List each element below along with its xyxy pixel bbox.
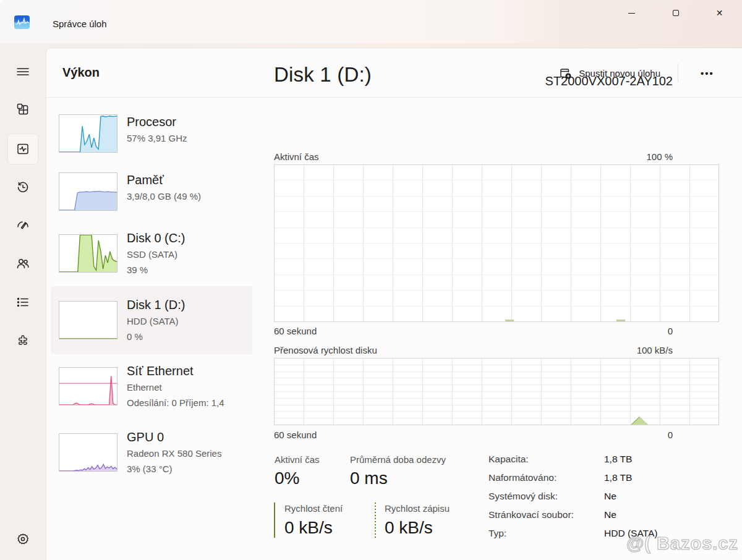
active-time-chart [274,164,719,322]
perf-item-sub: 0 % [127,329,250,344]
services-icon [15,334,30,349]
response-time-stat-label: Průměrná doba odezvy [350,454,446,465]
minimize-icon [628,13,635,14]
sidebar-item-users[interactable] [8,249,38,279]
app-history-icon [15,180,30,195]
perf-item-memory[interactable]: Paměť 3,9/8,0 GB (49 %) [51,160,252,217]
startup-apps-icon [15,218,30,232]
maximize-button[interactable] [654,0,697,26]
perf-item-ethernet[interactable]: Síť Ethernet Ethernet Odesílání: 0 Příje… [51,355,252,420]
read-speed-value: 0 kB/s [284,518,333,538]
perf-item-sub: Ethernet [127,380,250,395]
window-title: Správce úloh [53,19,107,29]
sidebar-item-startup-apps[interactable] [8,210,38,240]
cpu-mini-chart [59,114,117,153]
hamburger-menu-icon [15,64,30,79]
detail-title: Disk 1 (D:) [274,63,372,87]
read-speed-legend-bar [274,503,275,538]
chart1-activity-mark [616,320,625,321]
sidebar-item-performance[interactable] [8,134,38,164]
perf-item-title: Paměť [127,171,250,189]
perf-item-title: Disk 1 (D:) [127,296,250,313]
write-speed-value: 0 kB/s [385,518,433,538]
task-manager-app-icon [14,15,30,29]
perf-item-sub: 39 % [127,262,250,278]
gpu-mini-chart [59,433,117,472]
write-speed-label: Rychlost zápisu [385,503,450,514]
panel-header: Výkon Spustit novou úlohu ••• [46,48,742,98]
perf-item-sub: Radeon RX 580 Series [127,446,250,461]
active-time-stat-value: 0% [275,469,299,488]
perf-item-sub: 3% (33 °C) [127,461,250,477]
chart2-xlabel: 60 sekund [274,430,317,440]
info-value: 1,8 TB [604,472,632,483]
chart1-label: Aktivní čas [274,151,319,162]
active-time-stat-label: Aktivní čas [275,454,320,465]
info-label: Stránkovací soubor: [488,509,574,520]
info-value: 1,8 TB [604,454,632,465]
perf-item-title: GPU 0 [127,428,250,446]
sidebar-item-settings[interactable] [8,524,38,554]
chart1-max-label: 100 % [646,151,673,162]
chart1-activity-mark [505,320,514,321]
sidebar-item-services[interactable] [8,326,38,356]
window-controls: ✕ [610,0,741,26]
transfer-rate-chart [274,358,719,425]
response-time-stat-value: 0 ms [350,469,388,488]
perf-item-disk1[interactable]: Disk 1 (D:) HDD (SATA) 0 % [51,286,252,354]
processes-icon [16,103,30,116]
chart2-min-label: 0 [668,430,673,440]
perf-item-gpu[interactable]: GPU 0 Radeon RX 580 Series 3% (33 °C) [51,422,252,486]
close-button[interactable]: ✕ [697,0,741,26]
chart2-label: Přenosová rychlost disku [274,345,377,355]
info-label: Systémový disk: [488,491,558,502]
write-speed-legend-bar [375,503,376,538]
perf-item-sub: 57% 3,91 GHz [127,130,250,146]
sidebar-item-details[interactable] [8,287,38,317]
info-value: Ne [604,509,616,520]
disk1-mini-chart [59,301,117,339]
task-manager-window: Správce úloh ✕ [0,0,742,560]
perf-item-sub: Odesílání: 0 Příjem: 1,4 [127,395,250,410]
perf-item-sub: 3,9/8,0 GB (49 %) [127,189,250,204]
info-label: Naformátováno: [488,472,556,483]
read-speed-label: Rychlost čtení [284,503,343,514]
ethernet-mini-chart [59,367,117,405]
details-icon [15,295,30,310]
maximize-icon [673,10,679,16]
settings-gear-icon [16,532,30,546]
main-panel: Výkon Spustit novou úlohu ••• Procesor 5… [46,48,742,560]
chart2-max-label: 100 kB/s [637,345,673,355]
performance-icon [15,142,30,156]
memory-mini-chart [59,172,117,211]
disk0-mini-chart [59,234,117,273]
perf-item-sub: HDD (SATA) [127,313,250,329]
more-options-button[interactable]: ••• [690,62,725,84]
perf-item-title: Síť Ethernet [127,362,250,380]
sidebar-item-app-history[interactable] [8,172,38,202]
perf-item-title: Procesor [127,113,250,130]
info-label: Kapacita: [488,454,529,465]
chart1-min-label: 0 [668,326,673,336]
info-label: Typ: [488,528,506,539]
sidebar-item-processes[interactable] [8,95,38,124]
perf-item-cpu[interactable]: Procesor 57% 3,91 GHz [51,102,252,159]
transfer-spike [632,417,648,425]
close-icon: ✕ [716,9,723,17]
minimize-button[interactable] [610,0,654,26]
perf-item-sub: SSD (SATA) [127,247,250,262]
hamburger-menu-button[interactable] [8,57,38,87]
detail-device-model: ST2000VX007-2AY102 [545,74,673,88]
chart1-xlabel: 60 sekund [274,326,317,336]
info-value: Ne [604,491,616,502]
perf-item-title: Disk 0 (C:) [127,229,250,247]
page-title: Výkon [62,66,100,80]
perf-item-disk0[interactable]: Disk 0 (C:) SSD (SATA) 39 % [51,223,252,287]
header-separator [678,64,678,83]
users-icon [15,257,30,271]
bazos-watermark: @( Bazos.cz [626,533,738,554]
